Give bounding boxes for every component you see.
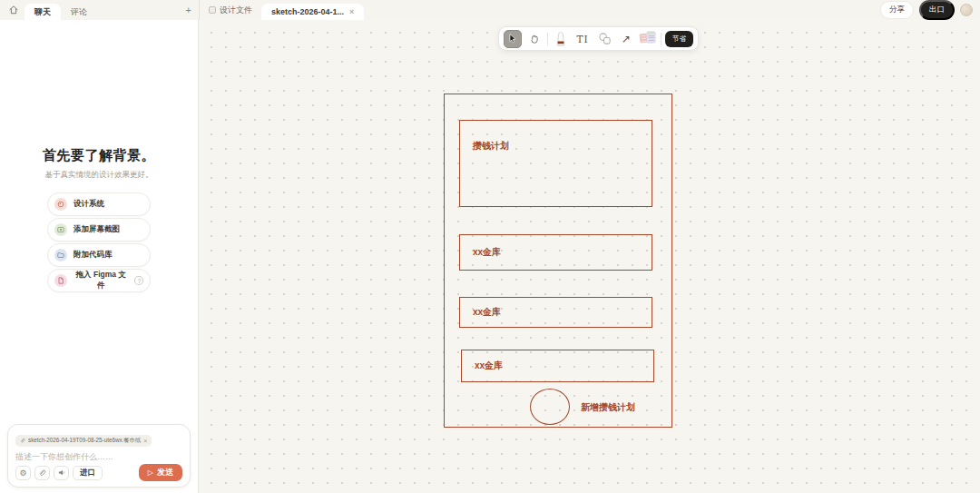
topbar-actions: 分享 出口: [880, 0, 980, 20]
gear-icon: ⚙: [19, 468, 26, 478]
wireframe-list-item[interactable]: xx金库: [461, 350, 654, 382]
intro-subheading: 基于真实情境的设计效果更好。: [0, 170, 198, 181]
new-tab-button[interactable]: +: [186, 4, 191, 16]
suggestion-design-system[interactable]: 设计系统: [47, 192, 151, 216]
arrow-tool[interactable]: ↗: [617, 30, 635, 48]
chat-intro: 首先要了解背景。 基于真实情境的设计效果更好。 设计系统 添加屏幕截图: [0, 147, 198, 292]
suggestion-attach-codebase[interactable]: 附加代码库: [47, 243, 151, 267]
wireframe-item-label[interactable]: xx金库: [473, 306, 501, 319]
wireframe-item-label[interactable]: xx金库: [473, 246, 501, 259]
shapes-tool[interactable]: [595, 30, 613, 48]
components-tool[interactable]: [639, 30, 657, 48]
components-icon: [640, 31, 656, 47]
codebase-icon: [54, 249, 67, 261]
attach-button[interactable]: [34, 466, 50, 480]
attachment-icon: [20, 438, 25, 443]
wireframe-title-label[interactable]: 攒钱计划: [473, 141, 509, 151]
tab-comments-label: 评论: [71, 6, 87, 18]
app-root: 聊天 评论 + 设计文件 sketch-2026-04-1... × 分享 出口: [0, 0, 980, 493]
design-file-label: 设计文件: [220, 5, 252, 16]
prompt-input[interactable]: [15, 452, 182, 461]
settings-button[interactable]: ⚙: [15, 466, 31, 480]
marker-tool[interactable]: [552, 30, 570, 48]
hand-icon: [529, 34, 540, 44]
intro-heading: 首先要了解背景。: [0, 147, 198, 164]
wireframe-item-label[interactable]: xx金库: [475, 360, 503, 372]
paperclip-icon: [38, 468, 46, 477]
share-button[interactable]: 分享: [880, 1, 914, 19]
send-label: 发送: [157, 467, 173, 478]
shapes-icon: [598, 32, 612, 45]
text-tool[interactable]: TI: [573, 30, 592, 48]
home-icon[interactable]: [7, 4, 20, 16]
composer: sketch-2026-04-19T09-08-25-ute6wx.餐巾纸 × …: [7, 424, 191, 488]
sketch-file-label: sketch-2026-04-1...: [271, 7, 344, 16]
voice-icon: [57, 468, 65, 477]
file-tab-strip: 设计文件 sketch-2026-04-1... ×: [200, 0, 364, 20]
send-icon: ▷: [148, 468, 153, 477]
chat-tab-strip: 聊天 评论 +: [0, 0, 199, 20]
voice-button[interactable]: [54, 466, 69, 480]
canvas-toolbar: TI ↗ 节省: [498, 26, 699, 51]
avatar[interactable]: [960, 4, 973, 16]
send-button[interactable]: ▷ 发送: [139, 464, 182, 481]
wireframe-add-circle[interactable]: [530, 389, 570, 425]
suggestion-add-screenshot[interactable]: 添加屏幕截图: [47, 218, 151, 242]
wireframe-list-item[interactable]: xx金库: [459, 234, 652, 271]
palette-icon: [54, 198, 67, 211]
arrow-tool-icon: ↗: [622, 33, 631, 45]
cursor-icon: [507, 33, 518, 44]
chat-panel: 首先要了解背景。 基于真实情境的设计效果更好。 设计系统 添加屏幕截图: [0, 20, 199, 493]
save-button[interactable]: 节省: [665, 31, 693, 47]
suggestion-label: 设计系统: [74, 199, 104, 210]
tab-chat[interactable]: 聊天: [24, 4, 61, 20]
text-tool-icon: TI: [576, 34, 588, 44]
marker-icon: [554, 30, 567, 48]
figma-file-icon: [54, 274, 67, 287]
design-file-icon: [209, 6, 216, 14]
toolbar-divider: [547, 33, 548, 45]
attachment-chip[interactable]: sketch-2026-04-19T09-08-25-ute6wx.餐巾纸 ×: [15, 435, 152, 447]
design-file-button[interactable]: 设计文件: [209, 5, 252, 16]
tab-sketch-file[interactable]: sketch-2026-04-1... ×: [261, 4, 364, 20]
suggestion-label: 拖入 Figma 文件: [74, 270, 128, 291]
topbar: 聊天 评论 + 设计文件 sketch-2026-04-1... × 分享 出口: [0, 0, 980, 20]
export-button[interactable]: 出口: [919, 0, 955, 20]
suggestion-figma-file[interactable]: 拖入 Figma 文件 ?: [47, 269, 151, 292]
attachment-chip-label: sketch-2026-04-19T09-08-25-ute6wx.餐巾纸: [28, 437, 141, 445]
suggestion-label: 添加屏幕截图: [74, 224, 120, 235]
screenshot-icon: [54, 223, 67, 236]
wireframe-title-box[interactable]: 攒钱计划: [459, 120, 652, 207]
tab-comments[interactable]: 评论: [61, 4, 97, 20]
hand-tool[interactable]: [525, 30, 544, 48]
suggestion-label: 附加代码库: [74, 250, 113, 261]
close-icon[interactable]: ×: [143, 438, 147, 444]
design-canvas[interactable]: TI ↗ 节省 攒钱计划 xx金库 xx: [199, 20, 980, 493]
tab-chat-label: 聊天: [34, 6, 51, 18]
toolbar-divider: [661, 33, 662, 45]
help-icon[interactable]: ?: [134, 276, 143, 285]
wireframe-list-item[interactable]: xx金库: [459, 297, 652, 328]
suggestion-list: 设计系统 添加屏幕截图 附加代码库: [0, 192, 198, 292]
composer-actions: ⚙ 进口 ▷ 发送: [15, 464, 182, 481]
wireframe-add-label[interactable]: 新增攒钱计划: [581, 401, 635, 414]
import-button[interactable]: 进口: [73, 466, 103, 480]
close-icon[interactable]: ×: [349, 7, 354, 16]
select-tool[interactable]: [504, 30, 522, 48]
